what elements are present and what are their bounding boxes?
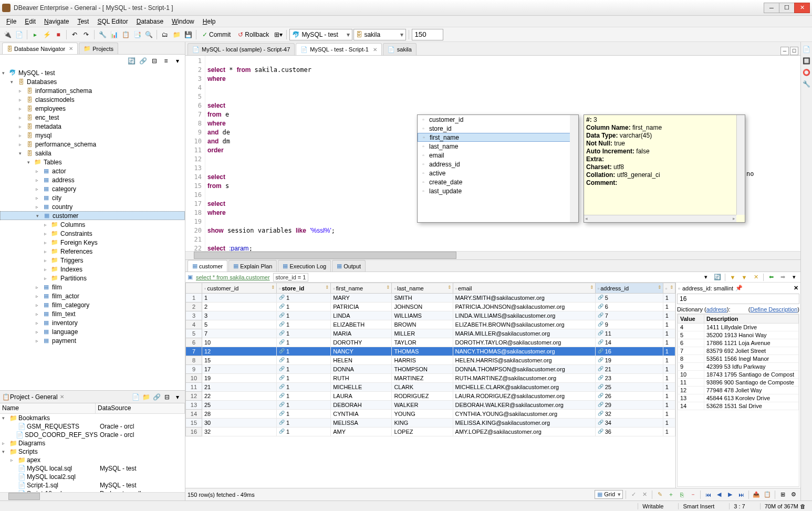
tree-node[interactable]: ▹🗄enc_test xyxy=(0,113,185,122)
next-icon[interactable]: ▶ xyxy=(725,490,735,499)
project-item[interactable]: 📄Script-1.sqlMySQL - test xyxy=(0,481,185,489)
export-icon[interactable]: 📤 xyxy=(752,490,761,499)
result-tab[interactable]: ▦Execution Log xyxy=(278,260,331,272)
copy-icon[interactable]: 📋 xyxy=(763,490,772,499)
nav-fwd-icon[interactable]: ➡ xyxy=(778,273,787,281)
dict-link[interactable]: address xyxy=(706,306,727,312)
menu-file[interactable]: File xyxy=(2,17,20,26)
table-row[interactable]: 45🔗1ELIZABETHBROWNELIZABETH.BROWN@sakila… xyxy=(186,320,675,329)
tree-node[interactable]: ▹📁Constraints xyxy=(0,229,185,238)
scrollbar[interactable] xyxy=(570,115,578,216)
tree-node[interactable]: ▹📁References xyxy=(0,247,185,256)
dict-row[interactable]: 1018743 1795 Santiago de Compost xyxy=(678,371,799,379)
tree-node[interactable]: ▾🐬MySQL - test xyxy=(0,68,185,77)
undo-icon[interactable]: ↶ xyxy=(69,29,80,40)
tree-node[interactable]: ▹▦film_actor xyxy=(0,291,185,300)
tree-node[interactable]: ▹▦country xyxy=(0,202,185,211)
tool-icon[interactable]: 📊 xyxy=(109,29,119,40)
query-sql[interactable]: select * from sakila.customer xyxy=(196,274,270,280)
new-sql-editor-icon[interactable]: 📄 xyxy=(14,29,24,40)
table-row[interactable]: 1019🔗1RUTHMARTINEZRUTH.MARTINEZ@sakilacu… xyxy=(186,374,675,383)
tree-node[interactable]: ▹🗄metadata xyxy=(0,122,185,131)
project-item[interactable]: 📄SDO_COORD_REF_SYSOracle - orcl xyxy=(0,431,185,439)
tree-node[interactable]: ▹🗄information_schema xyxy=(0,86,185,95)
dict-row[interactable]: 783579 692 Joliet Street xyxy=(678,347,799,355)
col-header[interactable]: ▫customer_id⇕ xyxy=(202,283,276,294)
editor-tab[interactable]: 📄MySQL - test - Script-1✕ xyxy=(296,43,381,55)
dict-row[interactable]: 853561 1566 Inegl Manor xyxy=(678,355,799,363)
nav-back-icon[interactable]: ⬅ xyxy=(767,273,775,281)
menu-window[interactable]: Window xyxy=(168,17,199,26)
autocomplete-item[interactable]: ▫customer_id xyxy=(418,115,578,124)
col-name[interactable]: Name xyxy=(0,403,96,413)
view-mode-select[interactable]: ▦ Grid xyxy=(595,490,623,499)
menu-database[interactable]: Database xyxy=(132,17,168,26)
accept-icon[interactable]: ✓ xyxy=(629,490,638,499)
table-row[interactable]: 1530🔗1MELISSAKINGMELISSA.KING@sakilacust… xyxy=(186,419,675,427)
memory-usage[interactable]: 70M of 367M 🗑 xyxy=(760,503,810,509)
tab-projects[interactable]: 📁Projects xyxy=(79,43,118,54)
table-row[interactable]: 1222🔗1LAURARODRIGUEZLAURA.RODRIGUEZ@saki… xyxy=(186,392,675,401)
col-datasource[interactable]: DataSource xyxy=(96,403,185,413)
minimize-editor-button[interactable]: ─ xyxy=(780,47,789,55)
maximize-editor-button[interactable]: ☐ xyxy=(790,47,798,55)
tool-icon[interactable]: 💾 xyxy=(183,29,193,40)
menu-sql-editor[interactable]: SQL Editor xyxy=(93,17,132,26)
last-icon[interactable]: ⏭ xyxy=(736,490,746,499)
menu-help[interactable]: Help xyxy=(199,17,220,26)
redo-icon[interactable]: ↷ xyxy=(81,29,91,40)
tree-node[interactable]: ▹📁Foreign Keys xyxy=(0,238,185,247)
nav-menu-icon[interactable]: ▾ xyxy=(790,273,798,281)
scrollbar[interactable] xyxy=(736,115,745,215)
tree-node[interactable]: ▹▦language xyxy=(0,327,185,336)
collapse-icon[interactable]: ⊟ xyxy=(149,56,160,66)
filter-icon[interactable]: ▼ xyxy=(740,273,748,281)
tool-icon[interactable]: 🔗 xyxy=(151,392,162,402)
col-header[interactable]: ▫email⇕ xyxy=(453,283,595,294)
reject-icon[interactable]: ✕ xyxy=(640,490,649,499)
table-row[interactable]: 917🔗1DONNATHOMPSONDONNA.THOMPSON@sakilac… xyxy=(186,365,675,374)
tool-icon[interactable]: 📁 xyxy=(141,392,151,402)
tree-node[interactable]: ▹▦category xyxy=(0,184,185,193)
define-description-link[interactable]: Define Description xyxy=(750,306,797,312)
tool-icon[interactable]: 📄 xyxy=(130,392,141,402)
editor-tab[interactable]: 📄MySQL - local (sample) - Script-47 xyxy=(188,43,295,55)
rollback-button[interactable]: ↺Rollback xyxy=(235,29,272,40)
autocomplete-item[interactable]: ▫create_date xyxy=(418,178,578,186)
tool-icon[interactable]: 📑 xyxy=(132,29,142,40)
tool-icon[interactable]: 📁 xyxy=(171,29,182,40)
table-row[interactable]: 33🔗1LINDAWILLIAMSLINDA.WILLIAMS@sakilacu… xyxy=(186,311,675,320)
dict-row[interactable]: 535200 1913 Hanoi Way xyxy=(678,331,799,339)
tree-node[interactable]: ▹▦film_category xyxy=(0,300,185,309)
hscrollbar[interactable]: ◂▸ xyxy=(584,215,736,222)
dict-row[interactable]: 617886 1121 Loja Avenue xyxy=(678,339,799,347)
database-select[interactable]: 🗄sakila xyxy=(353,29,406,40)
project-item[interactable]: ▹📁Diagrams xyxy=(0,439,185,447)
project-item[interactable]: ▾📁Bookmarks xyxy=(0,414,185,422)
project-hscroll[interactable] xyxy=(0,492,185,500)
project-item[interactable]: ▹📁apex xyxy=(0,456,185,464)
pin-icon[interactable]: 📌 xyxy=(735,285,743,291)
minimize-button[interactable]: ─ xyxy=(764,3,779,13)
new-connection-icon[interactable]: 🔌 xyxy=(2,29,13,40)
dict-row[interactable]: 1277948 478 Joliet Way xyxy=(678,387,799,394)
close-detail-button[interactable]: ✕ xyxy=(794,285,798,291)
stop-icon[interactable]: ■ xyxy=(53,29,64,40)
project-item[interactable]: 📄MySQL local.sqlMySQL - test xyxy=(0,464,185,473)
table-row[interactable]: 1632🔗1AMYLOPEZAMY.LOPEZ@sakilacustomer.o… xyxy=(186,427,675,436)
tree-node[interactable]: ▹▦address xyxy=(0,175,185,184)
filter-clear-icon[interactable]: ✕ xyxy=(752,273,760,281)
tree-node[interactable]: ▹▦inventory xyxy=(0,318,185,327)
tree-node[interactable]: ▹🗄employees xyxy=(0,104,185,113)
autocomplete-item[interactable]: ▫first_name xyxy=(418,133,578,142)
tool-icon[interactable]: 🗂 xyxy=(160,29,170,40)
connection-select[interactable]: 🐬MySQL - test xyxy=(289,29,352,40)
filter-dropdown-icon[interactable]: ▾ xyxy=(702,273,710,281)
run-icon[interactable]: ▸ xyxy=(30,29,40,40)
tree-node[interactable]: ▹▦actor xyxy=(0,166,185,175)
first-icon[interactable]: ⏮ xyxy=(703,490,713,499)
tree-node[interactable]: ▹▦city xyxy=(0,193,185,202)
tree-node[interactable]: ▾🗄sakila xyxy=(0,149,185,158)
tool-icon[interactable]: ▾ xyxy=(172,392,183,402)
menu-icon[interactable]: ▾ xyxy=(172,56,183,66)
